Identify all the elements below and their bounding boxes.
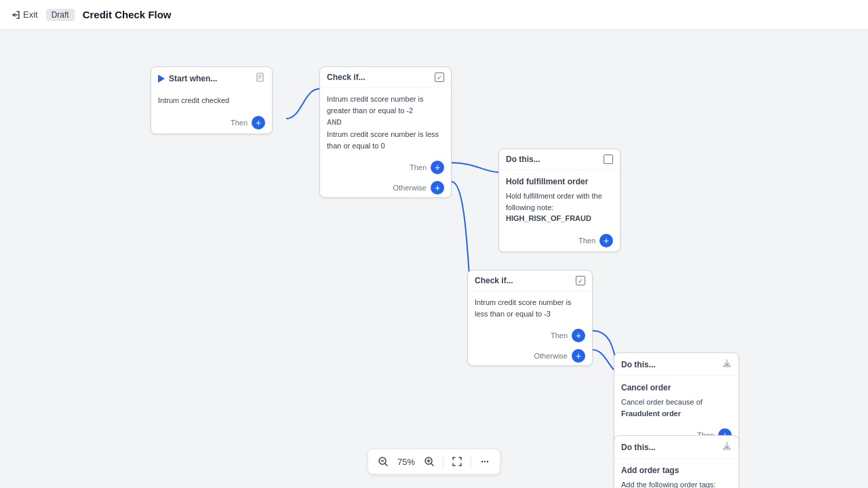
start-then-label: Then bbox=[231, 119, 248, 127]
svg-point-13 bbox=[481, 461, 483, 462]
check2-node: Check if... ✓ Intrum credit score number… bbox=[467, 270, 593, 366]
do-tags-header: Do this... bbox=[614, 436, 738, 459]
do-cancel-header: Do this... bbox=[614, 353, 738, 376]
check1-then-label: Then bbox=[410, 163, 427, 171]
do-hold-description: Hold fulfillment order with the followin… bbox=[506, 190, 613, 213]
check2-body: Intrum credit score number is less than … bbox=[468, 291, 592, 325]
download-icon bbox=[722, 359, 732, 370]
page-title: Credit Check Flow bbox=[83, 9, 172, 20]
check1-and: AND bbox=[327, 117, 444, 127]
toolbar-divider-2 bbox=[471, 455, 471, 468]
more-button[interactable] bbox=[475, 452, 494, 471]
fit-button[interactable] bbox=[448, 452, 467, 471]
svg-point-14 bbox=[484, 461, 486, 462]
check1-otherwise-label: Otherwise bbox=[393, 184, 427, 192]
check1-body: Intrum credit score number is greater th… bbox=[320, 88, 451, 157]
checkbox2-icon: ✓ bbox=[576, 276, 585, 285]
check1-then-footer: Then + bbox=[320, 157, 451, 178]
do-cancel-body: Cancel order Cancel order because of Fra… bbox=[614, 376, 738, 424]
check2-condition: Intrum credit score number is less than … bbox=[475, 297, 585, 319]
start-content: Intrum credit checked bbox=[158, 96, 229, 104]
check2-otherwise-label: Otherwise bbox=[534, 352, 568, 360]
check1-header: Check if... ✓ bbox=[320, 67, 451, 88]
zoom-toolbar: 75% bbox=[368, 449, 500, 474]
do-tags-description: Add the following order tags: bbox=[621, 479, 732, 488]
start-title: Start when... bbox=[169, 74, 217, 83]
check1-otherwise-footer: Otherwise + bbox=[320, 178, 451, 197]
start-add-button[interactable]: + bbox=[252, 116, 265, 129]
do-hold-note: HIGH_RISK_OF_FRAUD bbox=[506, 213, 613, 224]
do-hold-title: Do this... bbox=[506, 155, 540, 164]
check2-otherwise-footer: Otherwise + bbox=[468, 346, 592, 365]
canvas: Start when... Intrum credit checked Then… bbox=[0, 30, 868, 488]
draft-badge: Draft bbox=[46, 9, 75, 21]
check2-then-label: Then bbox=[551, 331, 568, 340]
do-hold-footer: Then + bbox=[499, 230, 620, 251]
do-cancel-node: Do this... Cancel order Cancel order bec… bbox=[614, 352, 739, 447]
do-cancel-title: Do this... bbox=[621, 360, 656, 369]
check1-condition2: Intrum credit score number is less than … bbox=[327, 129, 444, 151]
check2-then-add-button[interactable]: + bbox=[572, 329, 585, 342]
square-icon bbox=[604, 155, 613, 164]
svg-point-15 bbox=[487, 461, 488, 462]
toolbar-divider bbox=[443, 455, 443, 468]
download2-icon bbox=[722, 441, 732, 453]
more-icon bbox=[479, 456, 490, 467]
svg-line-8 bbox=[385, 464, 387, 466]
zoom-value: 75% bbox=[394, 457, 418, 467]
do-tags-body: Add order tags Add the following order t… bbox=[614, 459, 738, 488]
checkbox-icon: ✓ bbox=[435, 73, 444, 82]
minus-icon bbox=[378, 456, 389, 467]
do-hold-header: Do this... bbox=[499, 149, 620, 170]
check1-node: Check if... ✓ Intrum credit score number… bbox=[319, 66, 452, 198]
check2-title: Check if... bbox=[475, 276, 513, 285]
check1-condition1: Intrum credit score number is greater th… bbox=[327, 94, 444, 116]
do-cancel-description: Cancel order because of Fraudulent order bbox=[621, 396, 732, 419]
check2-then-footer: Then + bbox=[468, 325, 592, 346]
start-node: Start when... Intrum credit checked Then… bbox=[151, 66, 273, 134]
plus-icon bbox=[424, 456, 435, 467]
check1-otherwise-add-button[interactable]: + bbox=[431, 181, 444, 195]
do-hold-add-button[interactable]: + bbox=[599, 234, 613, 247]
svg-line-12 bbox=[431, 464, 433, 466]
check2-otherwise-add-button[interactable]: + bbox=[572, 349, 585, 363]
fit-icon bbox=[452, 456, 462, 467]
do-hold-heading: Hold fulfillment order bbox=[506, 176, 613, 188]
do-tags-title: Do this... bbox=[621, 443, 656, 452]
do-hold-node: Do this... Hold fulfillment order Hold f… bbox=[498, 148, 620, 252]
doc-icon bbox=[256, 73, 265, 84]
start-node-body: Intrum credit checked bbox=[151, 89, 272, 112]
svg-rect-5 bbox=[724, 448, 730, 449]
check1-title: Check if... bbox=[327, 73, 366, 82]
do-hold-then-label: Then bbox=[578, 237, 595, 245]
start-node-header: Start when... bbox=[151, 67, 272, 89]
exit-icon bbox=[11, 10, 20, 20]
zoom-out-button[interactable] bbox=[374, 452, 393, 471]
svg-rect-4 bbox=[724, 365, 730, 367]
do-cancel-bold: Fraudulent order bbox=[621, 409, 681, 418]
do-hold-body: Hold fulfillment order Hold fulfillment … bbox=[499, 170, 620, 230]
do-tags-node: Do this... Add order tags Add the follow… bbox=[614, 435, 739, 488]
start-icon bbox=[158, 75, 165, 83]
start-node-footer: Then + bbox=[151, 112, 272, 134]
zoom-in-button[interactable] bbox=[420, 452, 439, 471]
do-cancel-heading: Cancel order bbox=[621, 382, 732, 394]
check1-then-add-button[interactable]: + bbox=[431, 161, 444, 174]
do-tags-heading: Add order tags bbox=[621, 464, 732, 476]
exit-button[interactable]: Exit bbox=[11, 9, 38, 20]
header: Exit Draft Credit Check Flow bbox=[0, 0, 868, 30]
check2-header: Check if... ✓ bbox=[468, 270, 592, 291]
